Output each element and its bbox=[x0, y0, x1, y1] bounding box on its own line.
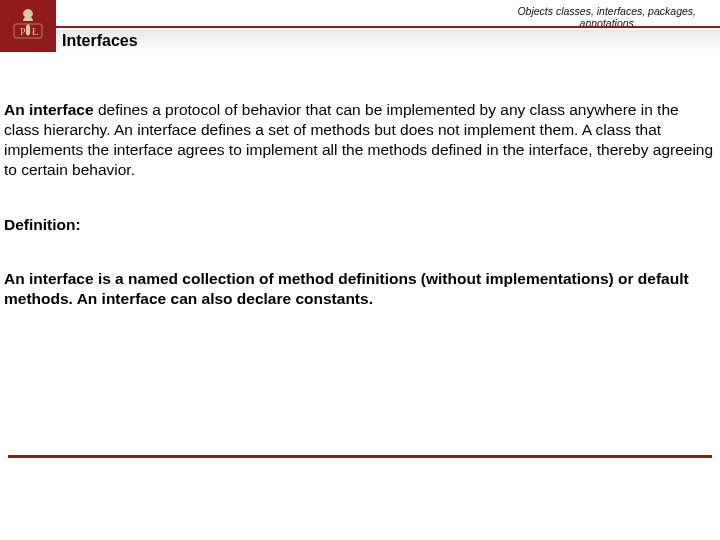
definition-label: Definition: bbox=[4, 215, 716, 235]
intro-rest: defines a protocol of behavior that can … bbox=[4, 101, 713, 178]
intro-lead: An interface bbox=[4, 101, 94, 118]
footer-rule bbox=[8, 455, 712, 458]
logo-emblem: P Ł bbox=[8, 6, 48, 46]
definition-body: An interface is a named collection of me… bbox=[4, 269, 716, 309]
slide-header: P Ł Objects classes, interfaces, package… bbox=[0, 0, 720, 52]
page-title: Interfaces bbox=[62, 32, 138, 50]
breadcrumb-line1: Objects classes, interfaces, packages, bbox=[517, 5, 696, 17]
intro-paragraph: An interface defines a protocol of behav… bbox=[4, 100, 716, 181]
institution-logo: P Ł bbox=[0, 0, 56, 52]
title-background bbox=[56, 30, 720, 52]
logo-letter-left: P bbox=[20, 26, 26, 37]
header-rule bbox=[56, 26, 720, 28]
logo-letter-right: Ł bbox=[32, 26, 38, 37]
slide-body: An interface defines a protocol of behav… bbox=[4, 100, 716, 309]
